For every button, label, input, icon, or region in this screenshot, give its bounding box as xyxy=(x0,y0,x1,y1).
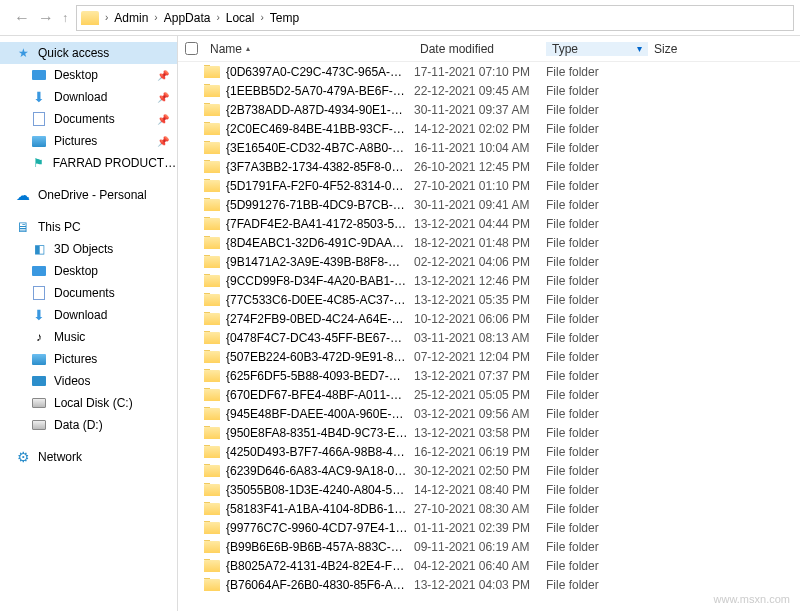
file-row[interactable]: {5D991276-71BB-4DC9-B7CB-D9D8BD...30-11-… xyxy=(178,195,800,214)
star-icon: ★ xyxy=(14,45,32,61)
file-row[interactable]: {950E8FA8-8351-4B4D-9C73-E77450D3...13-1… xyxy=(178,423,800,442)
nav-label: Download xyxy=(54,90,107,104)
file-date-cell: 13-12-2021 03:58 PM xyxy=(414,426,546,440)
nav-local-disk-c[interactable]: Local Disk (C:) xyxy=(0,392,177,414)
music-icon: ♪ xyxy=(30,329,48,345)
nav-download[interactable]: ⬇ Download 📌 xyxy=(0,86,177,108)
chevron-right-icon[interactable]: › xyxy=(214,12,221,23)
file-row[interactable]: {4250D493-B7F7-466A-98B8-438A9C4...16-12… xyxy=(178,442,800,461)
folder-icon xyxy=(204,370,220,382)
file-row[interactable]: {B99B6E6B-9B6B-457A-883C-CE66B70...09-11… xyxy=(178,537,800,556)
nav-documents[interactable]: Documents 📌 xyxy=(0,108,177,130)
file-name: {35055B08-1D3E-4240-A804-5F95F73E... xyxy=(226,483,408,497)
column-header-size[interactable]: Size xyxy=(648,42,708,56)
breadcrumb-item[interactable]: Local xyxy=(222,9,259,27)
file-name: {1EEBB5D2-5A70-479A-BE6F-ACFC06F... xyxy=(226,84,408,98)
nav-download-pc[interactable]: ⬇ Download xyxy=(0,304,177,326)
file-row[interactable]: {2C0EC469-84BE-41BB-93CF-27A6F4E...14-12… xyxy=(178,119,800,138)
file-name: {B99B6E6B-9B6B-457A-883C-CE66B70... xyxy=(226,540,408,554)
nav-onedrive[interactable]: ☁ OneDrive - Personal xyxy=(0,184,177,206)
file-row[interactable]: {B76064AF-26B0-4830-85F6-A87A038...13-12… xyxy=(178,575,800,594)
quick-access[interactable]: ★ Quick access xyxy=(0,42,177,64)
file-name-cell: {5D991276-71BB-4DC9-B7CB-D9D8BD... xyxy=(204,198,414,212)
column-header-type[interactable]: Type ▾ xyxy=(546,42,648,56)
file-row[interactable]: {274F2FB9-0BED-4C24-A64E-3B7356B5...10-1… xyxy=(178,309,800,328)
file-row[interactable]: {3E16540E-CD32-4B7C-A8B0-9020F65...16-11… xyxy=(178,138,800,157)
folder-icon xyxy=(204,332,220,344)
nav-label: Pictures xyxy=(54,134,97,148)
file-type-cell: File folder xyxy=(546,559,648,573)
file-row[interactable]: {6239D646-6A83-4AC9-9A18-017A433...30-12… xyxy=(178,461,800,480)
address-bar[interactable]: › Admin › AppData › Local › Temp xyxy=(76,5,794,31)
up-arrow-icon[interactable]: ↑ xyxy=(62,11,68,25)
file-name: {0478F4C7-DC43-45FF-BE67-B0B735D... xyxy=(226,331,408,345)
nav-label: Documents xyxy=(54,112,115,126)
file-row[interactable]: {945E48BF-DAEE-400A-960E-8FC0E5F...03-12… xyxy=(178,404,800,423)
chevron-right-icon[interactable]: › xyxy=(103,12,110,23)
nav-farrad[interactable]: ⚑ FARRAD PRODUCTION xyxy=(0,152,177,174)
nav-label: OneDrive - Personal xyxy=(38,188,147,202)
file-row[interactable]: {670EDF67-BFE4-48BF-A011-0CED9B4...25-12… xyxy=(178,385,800,404)
nav-documents-pc[interactable]: Documents xyxy=(0,282,177,304)
file-row[interactable]: {8D4EABC1-32D6-491C-9DAA-FED6C6...18-12-… xyxy=(178,233,800,252)
nav-pictures[interactable]: Pictures 📌 xyxy=(0,130,177,152)
file-name-cell: {6239D646-6A83-4AC9-9A18-017A433... xyxy=(204,464,414,478)
watermark: www.msxn.com xyxy=(714,593,790,605)
pin-icon: 📌 xyxy=(157,70,169,81)
file-date-cell: 14-12-2021 08:40 PM xyxy=(414,483,546,497)
forward-arrow-icon[interactable]: → xyxy=(38,9,54,27)
file-row[interactable]: {9B1471A2-3A9E-439B-B8F8-E28CBA4...02-12… xyxy=(178,252,800,271)
file-row[interactable]: {7FADF4E2-BA41-4172-8503-596E7978...13-1… xyxy=(178,214,800,233)
select-all-checkbox[interactable] xyxy=(178,42,204,55)
file-row[interactable]: {507EB224-60B3-472D-9E91-8A361C6F...07-1… xyxy=(178,347,800,366)
column-header-name[interactable]: Name ▴ xyxy=(204,42,414,56)
file-row[interactable]: {B8025A72-4131-4B24-82E4-FF3A8E14...04-1… xyxy=(178,556,800,575)
nav-music[interactable]: ♪ Music xyxy=(0,326,177,348)
nav-3d-objects[interactable]: ◧ 3D Objects xyxy=(0,238,177,260)
file-row[interactable]: {5D1791FA-F2F0-4F52-8314-046C9C8D...27-1… xyxy=(178,176,800,195)
file-row[interactable]: {3F7A3BB2-1734-4382-85F8-0F740B71...26-1… xyxy=(178,157,800,176)
folder-icon xyxy=(204,503,220,515)
nav-desktop-pc[interactable]: Desktop xyxy=(0,260,177,282)
file-row[interactable]: {0D6397A0-C29C-473C-965A-5AB92FF...17-11… xyxy=(178,62,800,81)
file-name-cell: {B8025A72-4131-4B24-82E4-FF3A8E14... xyxy=(204,559,414,573)
nav-label: 3D Objects xyxy=(54,242,113,256)
file-row[interactable]: {0478F4C7-DC43-45FF-BE67-B0B735D...03-11… xyxy=(178,328,800,347)
file-row[interactable]: {2B738ADD-A87D-4934-90E1-F91F226...30-11… xyxy=(178,100,800,119)
folder-icon xyxy=(204,541,220,553)
chevron-right-icon[interactable]: › xyxy=(152,12,159,23)
pictures-icon xyxy=(30,133,48,149)
folder-icon xyxy=(204,161,220,173)
file-list[interactable]: {0D6397A0-C29C-473C-965A-5AB92FF...17-11… xyxy=(178,62,800,611)
chevron-right-icon[interactable]: › xyxy=(258,12,265,23)
breadcrumb: Admin › AppData › Local › Temp xyxy=(110,9,303,27)
file-row[interactable]: {99776C7C-9960-4CD7-97E4-17905AA...01-11… xyxy=(178,518,800,537)
file-row[interactable]: {58183F41-A1BA-4104-8DB6-1C54758...27-10… xyxy=(178,499,800,518)
nav-desktop[interactable]: Desktop 📌 xyxy=(0,64,177,86)
column-header-date[interactable]: Date modified xyxy=(414,42,546,56)
breadcrumb-item[interactable]: Temp xyxy=(266,9,303,27)
file-row[interactable]: {9CCD99F8-D34F-4A20-BAB1-6841C51...13-12… xyxy=(178,271,800,290)
nav-this-pc[interactable]: 🖥 This PC xyxy=(0,216,177,238)
nav-videos[interactable]: Videos xyxy=(0,370,177,392)
nav-label: Desktop xyxy=(54,264,98,278)
checkbox[interactable] xyxy=(185,42,198,55)
file-name-cell: {0478F4C7-DC43-45FF-BE67-B0B735D... xyxy=(204,331,414,345)
nav-data-d[interactable]: Data (D:) xyxy=(0,414,177,436)
nav-network[interactable]: ⚙ Network xyxy=(0,446,177,468)
nav-pictures-pc[interactable]: Pictures xyxy=(0,348,177,370)
breadcrumb-item[interactable]: Admin xyxy=(110,9,152,27)
back-arrow-icon[interactable]: ← xyxy=(14,9,30,27)
file-date-cell: 02-12-2021 04:06 PM xyxy=(414,255,546,269)
file-row[interactable]: {1EEBB5D2-5A70-479A-BE6F-ACFC06F...22-12… xyxy=(178,81,800,100)
file-row[interactable]: {35055B08-1D3E-4240-A804-5F95F73E...14-1… xyxy=(178,480,800,499)
file-name: {0D6397A0-C29C-473C-965A-5AB92FF... xyxy=(226,65,408,79)
file-row[interactable]: {77C533C6-D0EE-4C85-AC37-4465B1B...13-12… xyxy=(178,290,800,309)
file-name-cell: {5D1791FA-F2F0-4F52-8314-046C9C8D... xyxy=(204,179,414,193)
breadcrumb-item[interactable]: AppData xyxy=(160,9,215,27)
file-row[interactable]: {625F6DF5-5B88-4093-BED7-AFC387F9...13-1… xyxy=(178,366,800,385)
chevron-down-icon[interactable]: ▾ xyxy=(637,43,642,54)
nav-label: Download xyxy=(54,308,107,322)
folder-icon xyxy=(204,237,220,249)
file-type-cell: File folder xyxy=(546,160,648,174)
